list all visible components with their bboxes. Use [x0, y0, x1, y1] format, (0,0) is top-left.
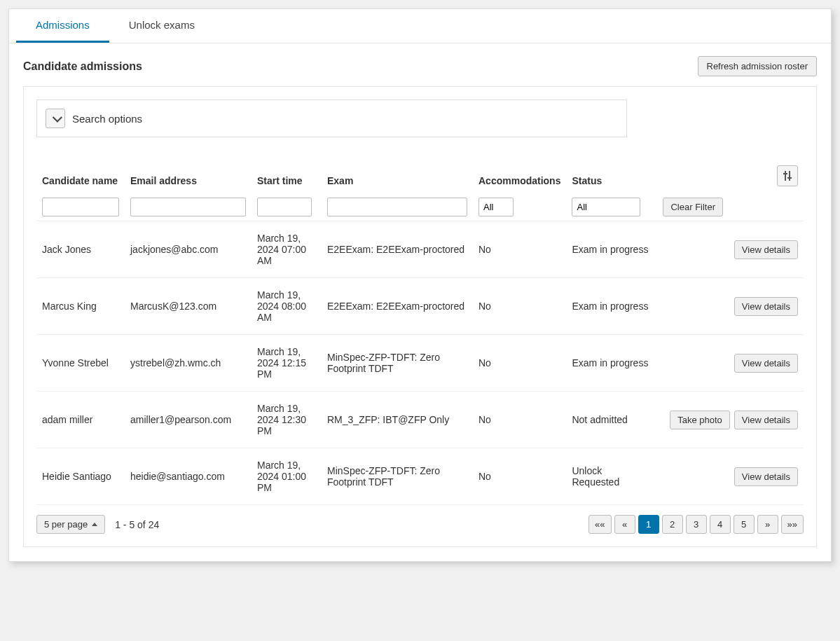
column-settings-button[interactable] [777, 165, 798, 186]
cell-exam: MinSpec-ZFP-TDFT: Zero Footprint TDFT [322, 448, 473, 505]
table-row: Marcus KingMarcusK@123.comMarch 19, 2024… [36, 278, 804, 335]
filter-row: Clear Filter [36, 193, 804, 221]
cell-actions: View details [657, 221, 804, 278]
search-options-panel[interactable]: Search options [36, 99, 627, 137]
page-next[interactable]: » [757, 515, 778, 534]
clear-filter-button[interactable]: Clear Filter [663, 198, 723, 216]
table-row: Jack Jonesjackjones@abc.comMarch 19, 202… [36, 221, 804, 278]
cell-start: March 19, 2024 08:00 AM [252, 278, 322, 335]
col-header-exam[interactable]: Exam [322, 158, 473, 193]
table-row: Yvonne Strebelystrebel@zh.wmc.chMarch 19… [36, 335, 804, 392]
cell-status: Not admitted [566, 392, 657, 448]
take-photo-button[interactable]: Take photo [670, 411, 730, 429]
page-3[interactable]: 3 [686, 515, 707, 534]
cell-accom: No [473, 278, 566, 335]
cell-start: March 19, 2024 12:15 PM [252, 335, 322, 392]
view-details-button[interactable]: View details [734, 467, 798, 486]
page-1[interactable]: 1 [638, 515, 659, 534]
cell-status: Exam in progress [566, 221, 657, 278]
page-4[interactable]: 4 [710, 515, 731, 534]
cell-actions: Take photoView details [657, 392, 804, 448]
page-last[interactable]: »» [781, 515, 804, 534]
cell-actions: View details [657, 278, 804, 335]
sliders-icon [783, 171, 792, 181]
admissions-window: Admissions Unlock exams Candidate admiss… [8, 8, 832, 562]
refresh-roster-button[interactable]: Refresh admission roster [698, 56, 818, 76]
filter-start-input[interactable] [257, 198, 312, 216]
tab-unlock-exams[interactable]: Unlock exams [109, 9, 214, 43]
cell-start: March 19, 2024 07:00 AM [252, 221, 322, 278]
view-details-button[interactable]: View details [734, 297, 798, 316]
search-options-toggle[interactable] [46, 109, 65, 128]
content-box: Search options Candidate name Email addr… [23, 86, 817, 547]
page-2[interactable]: 2 [662, 515, 683, 534]
filter-status-select[interactable] [572, 198, 640, 216]
cell-accom: No [473, 335, 566, 392]
cell-accom: No [473, 448, 566, 505]
cell-actions: View details [657, 335, 804, 392]
page-first[interactable]: «« [588, 515, 611, 534]
cell-name: Marcus King [36, 278, 125, 335]
pagination: «« « 12345 » »» [588, 515, 804, 534]
filter-accom-select[interactable] [478, 198, 514, 216]
col-header-start[interactable]: Start time [252, 158, 322, 193]
cell-name: Jack Jones [36, 221, 125, 278]
cell-name: adam miller [36, 392, 125, 448]
per-page-label: 5 per page [44, 519, 88, 530]
section-title: Candidate admissions [23, 60, 142, 73]
tabs-bar: Admissions Unlock exams [9, 9, 831, 43]
page-5[interactable]: 5 [734, 515, 755, 534]
table-footer: 5 per page 1 - 5 of 24 «« « 12345 » »» [36, 505, 804, 534]
cell-status: Exam in progress [566, 278, 657, 335]
cell-email: MarcusK@123.com [125, 278, 252, 335]
tab-admissions[interactable]: Admissions [16, 9, 109, 43]
table-row: adam milleramiller1@pearson.comMarch 19,… [36, 392, 804, 448]
cell-actions: View details [657, 448, 804, 505]
page-prev[interactable]: « [614, 515, 635, 534]
col-header-email[interactable]: Email address [125, 158, 252, 193]
col-header-status[interactable]: Status [566, 158, 657, 193]
col-header-accom[interactable]: Accommodations [473, 158, 566, 193]
admissions-table: Candidate name Email address Start time … [36, 158, 804, 505]
filter-email-input[interactable] [130, 198, 246, 216]
cell-email: heidie@santiago.com [125, 448, 252, 505]
cell-exam: MinSpec-ZFP-TDFT: Zero Footprint TDFT [322, 335, 473, 392]
cell-status: Exam in progress [566, 335, 657, 392]
filter-name-input[interactable] [42, 198, 119, 216]
caret-up-icon [92, 523, 97, 526]
cell-exam: RM_3_ZFP: IBT@ZFP Only [322, 392, 473, 448]
cell-start: March 19, 2024 01:00 PM [252, 448, 322, 505]
cell-exam: E2EExam: E2EExam-proctored [322, 221, 473, 278]
cell-email: ystrebel@zh.wmc.ch [125, 335, 252, 392]
cell-email: amiller1@pearson.com [125, 392, 252, 448]
filter-exam-input[interactable] [327, 198, 467, 216]
cell-accom: No [473, 221, 566, 278]
per-page-selector[interactable]: 5 per page [36, 515, 105, 534]
view-details-button[interactable]: View details [734, 411, 798, 429]
section-header: Candidate admissions Refresh admission r… [23, 43, 817, 86]
cell-status: Unlock Requested [566, 448, 657, 505]
view-details-button[interactable]: View details [734, 240, 798, 259]
search-options-label: Search options [72, 113, 142, 125]
cell-name: Heidie Santiago [36, 448, 125, 505]
range-text: 1 - 5 of 24 [115, 519, 159, 530]
view-details-button[interactable]: View details [734, 354, 798, 373]
cell-email: jackjones@abc.com [125, 221, 252, 278]
cell-accom: No [473, 392, 566, 448]
col-header-name[interactable]: Candidate name [36, 158, 125, 193]
table-row: Heidie Santiagoheidie@santiago.comMarch … [36, 448, 804, 505]
cell-exam: E2EExam: E2EExam-proctored [322, 278, 473, 335]
cell-start: March 19, 2024 12:30 PM [252, 392, 322, 448]
cell-name: Yvonne Strebel [36, 335, 125, 392]
